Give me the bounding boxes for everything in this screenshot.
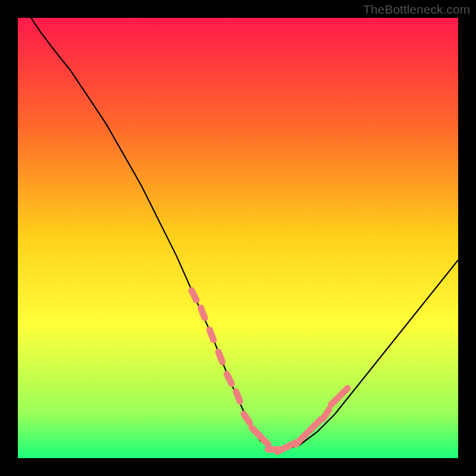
marker-segment (201, 308, 205, 318)
marker-segment (192, 290, 196, 300)
marker-segment (236, 392, 240, 402)
marker-segment (209, 330, 214, 340)
chart-svg (18, 18, 458, 458)
marker-segment (218, 352, 223, 362)
watermark-text: TheBottleneck.com (363, 2, 470, 17)
plot-area (18, 18, 458, 458)
marker-segment (227, 374, 231, 384)
